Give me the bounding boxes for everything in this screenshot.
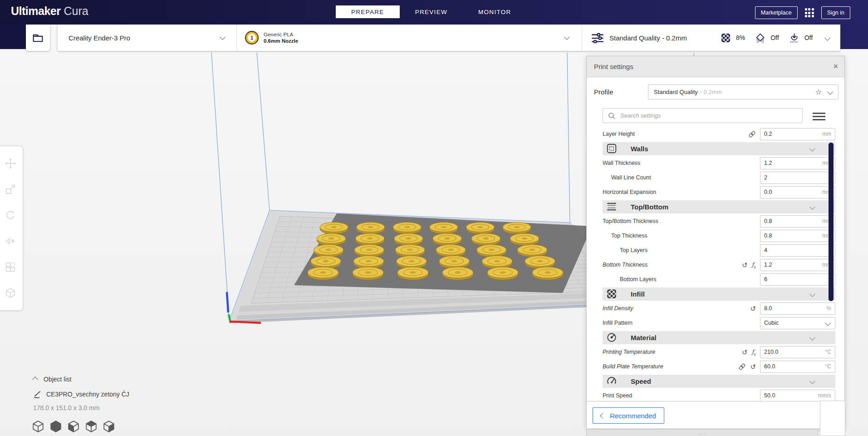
setting-layer-height: Layer Height0.2mm <box>603 127 835 141</box>
per-model-settings-tool-button[interactable] <box>5 261 16 273</box>
close-icon[interactable]: × <box>833 62 838 71</box>
reset-icon[interactable]: ↺ <box>750 305 756 312</box>
print-settings-summary[interactable]: Standard Quality - 0.2mm 8% Off Off <box>582 25 840 51</box>
setting-value-build-plate-temperature[interactable]: 60.0°C <box>760 361 835 373</box>
setting-value-bottom-thickness[interactable]: 1.2mm <box>760 259 835 271</box>
left-view-button[interactable] <box>67 420 80 433</box>
machine-name: Creality Ender-3 Pro <box>69 34 130 42</box>
mirror-icon <box>5 235 16 247</box>
machine-selector[interactable]: Creality Ender-3 Pro <box>58 25 237 51</box>
setting-top-layers: Top Layers4 <box>603 243 835 258</box>
move-tool-button[interactable] <box>5 158 16 169</box>
header-actions: Marketplace Sign in <box>755 6 850 19</box>
category-speed[interactable]: Speed <box>603 374 835 388</box>
link-icon[interactable] <box>748 130 756 138</box>
setting-unit: % <box>826 305 831 312</box>
camera-view-presets <box>32 420 115 433</box>
settings-visibility-menu-icon[interactable] <box>813 113 825 120</box>
panel-drag-handle[interactable]: ... <box>586 429 818 436</box>
logo-ultimaker: Ultimaker <box>11 5 60 17</box>
material-selector[interactable]: 1 Generic PLA 0.6mm Nozzle <box>237 25 582 51</box>
material-info: Generic PLA 0.6mm Nozzle <box>264 31 298 45</box>
object-list-item[interactable]: CE3PRO_vsechny zetony ČJ <box>33 390 129 398</box>
setting-value-printing-temperature[interactable]: 210.0°C <box>760 346 835 358</box>
reset-icon[interactable]: ↺ <box>742 349 748 356</box>
setting-label: Print Speed <box>603 392 632 399</box>
rotate-tool-button[interactable] <box>5 209 16 221</box>
setting-icons: ↺ƒx <box>742 348 756 357</box>
recommended-button[interactable]: Recommended <box>593 407 664 424</box>
mirror-tool-button[interactable] <box>5 235 16 247</box>
setting-label: Printing Temperature <box>603 349 655 355</box>
chevron-down-icon <box>809 204 815 210</box>
support-blocker-tool-button[interactable] <box>5 287 16 299</box>
top-view-icon <box>85 420 98 433</box>
print-settings-panel: Print settings × Profile Standard Qualit… <box>586 56 845 428</box>
application-switcher-icon[interactable] <box>805 8 814 17</box>
tab-monitor[interactable]: MONITOR <box>463 5 527 18</box>
setting-label: Wall Thickness <box>603 160 640 166</box>
right-view-button[interactable] <box>103 420 115 433</box>
configuration-toolbar: Creality Ender-3 Pro 1 Generic PLA 0.6mm… <box>58 25 840 51</box>
object-list-toggle[interactable]: Object list <box>33 376 71 383</box>
open-file-button[interactable] <box>26 25 50 51</box>
marketplace-button[interactable]: Marketplace <box>755 6 798 19</box>
setting-value-top-thickness[interactable]: 0.8mm <box>760 230 835 242</box>
reset-icon[interactable]: ↺ <box>742 262 748 268</box>
setting-value-layer-height[interactable]: 0.2mm <box>760 128 835 140</box>
chevron-down-icon <box>564 34 570 40</box>
setting-dropdown-infill-pattern[interactable]: Cubic <box>760 317 835 329</box>
signin-button[interactable]: Sign in <box>821 6 850 19</box>
rotate-icon <box>5 209 16 221</box>
adhesion-icon <box>789 33 799 43</box>
material-icon <box>606 332 617 343</box>
setting-value-bottom-layers[interactable]: 6 <box>760 273 835 286</box>
tab-preview[interactable]: PREVIEW <box>400 5 463 18</box>
setting-value-infill-density[interactable]: 8.0% <box>760 302 835 315</box>
setting-value-print-speed[interactable]: 50.0mm/s <box>760 390 835 401</box>
setting-icons: ↺ <box>738 363 756 371</box>
category-material[interactable]: Material <box>603 330 835 345</box>
fx-icon[interactable]: ƒx <box>752 348 756 357</box>
top-view-button[interactable] <box>85 420 98 433</box>
setting-infill-density: Infill Density↺8.0% <box>603 301 835 316</box>
setting-value-wall-thickness[interactable]: 1.2mm <box>760 157 835 169</box>
search-placeholder: Search settings <box>620 112 661 119</box>
extruder-badge: 1 <box>245 31 259 45</box>
action-panel-peek <box>820 401 845 436</box>
setting-value-horizontal-expansion[interactable]: 0.0mm <box>760 186 835 198</box>
profile-dropdown[interactable]: Standard Quality - 0.2mm ☆ <box>648 84 839 99</box>
setting-unit: °C <box>825 363 831 370</box>
setting-icons: ↺ <box>750 305 756 312</box>
infill-icon <box>721 33 731 43</box>
infill-value: 8% <box>736 34 745 41</box>
chevron-left-icon <box>600 413 606 419</box>
logo-cura: Cura <box>64 5 88 17</box>
reset-icon[interactable]: ↺ <box>750 363 756 370</box>
setting-unit: mm <box>822 131 831 137</box>
support-blocker-icon <box>5 287 16 299</box>
panel-header[interactable]: Print settings × <box>587 56 844 77</box>
category-top-bottom[interactable]: Top/Bottom <box>603 199 835 214</box>
setting-label: Top/Bottom Thickness <box>603 218 658 224</box>
scale-icon <box>5 183 16 195</box>
scrollbar[interactable] <box>829 143 834 301</box>
setting-value-top-layers[interactable]: 4 <box>760 244 835 257</box>
fx-icon[interactable]: ƒx <box>752 261 756 269</box>
search-input[interactable]: Search settings <box>603 108 803 123</box>
category-infill[interactable]: Infill <box>603 287 835 301</box>
nozzle-size: 0.6mm Nozzle <box>264 38 298 44</box>
3d-view-button[interactable] <box>32 420 44 433</box>
link-icon[interactable] <box>738 363 746 371</box>
model-tool-column <box>0 146 23 311</box>
tab-prepare[interactable]: PREPARE <box>336 5 400 18</box>
front-view-button[interactable] <box>49 420 62 433</box>
setting-value-top-bottom-thickness[interactable]: 0.8mm <box>760 215 835 228</box>
folder-icon <box>32 32 44 44</box>
per-model-settings-icon <box>5 261 16 273</box>
star-icon[interactable]: ☆ <box>815 88 822 96</box>
category-walls[interactable]: Walls <box>603 141 835 156</box>
setting-value-wall-line-count[interactable]: 2 <box>760 172 835 184</box>
scale-tool-button[interactable] <box>5 183 16 195</box>
front-view-icon <box>49 420 62 433</box>
